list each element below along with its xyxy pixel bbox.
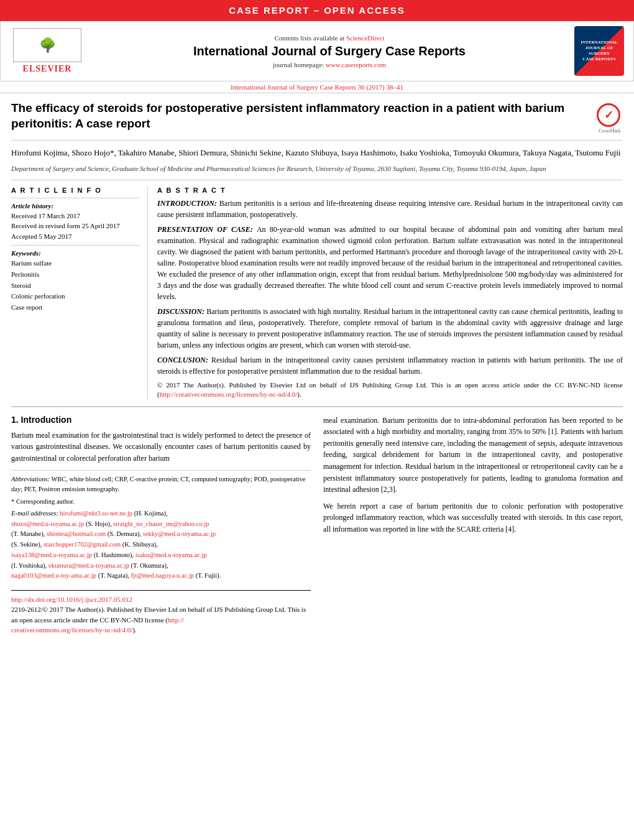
main-body: 1. Introduction Barium meal examination … (11, 406, 623, 635)
footnote-area: Abbreviations: WBC, white blood cell; CR… (11, 470, 311, 581)
body-col-left: 1. Introduction Barium meal examination … (11, 415, 311, 635)
email-demura[interactable]: shiottea@hotmail.com (47, 530, 106, 537)
email-kojima[interactable]: hirofumi@nkt3.so-net.ne.jp (60, 510, 132, 517)
section1-text-right-para2: We herein report a case of barium perito… (323, 501, 623, 535)
abstract-header: A B S T R A C T (157, 187, 623, 194)
email-hashimoto[interactable]: isaya138@med.u-toyama.ac.jp (11, 552, 92, 558)
cc-license-link[interactable]: http://creativecommons.org/licenses/by-n… (160, 390, 298, 398)
authors: Hirofumi Kojima, Shozo Hojo*, Takahiro M… (11, 147, 623, 159)
keyword-5: Case report (11, 302, 140, 313)
copyright-line: © 2017 The Author(s). Published by Elsev… (157, 381, 623, 400)
doi-text: 2210-2612/© 2017 The Author(s). Publishe… (11, 604, 311, 635)
received-date: Received 17 March 2017 (11, 211, 140, 221)
contents-line: Contents lists available at ScienceDirec… (94, 34, 565, 42)
article-info-abstract: A R T I C L E I N F O Article history: R… (11, 187, 623, 400)
abstract-intro: INTRODUCTION: Barium peritonitis is a se… (157, 198, 623, 220)
doi-cc-link2[interactable]: creativecommons.org/licenses/by-nc-nd/4.… (11, 626, 132, 634)
section1-text-left: Barium meal examination for the gastroin… (11, 430, 311, 464)
abstract-text: INTRODUCTION: Barium peritonitis is a se… (157, 198, 623, 400)
abstract-presentation: PRESENTATION OF CASE: An 80-year-old wom… (157, 224, 623, 302)
journal-title: International Journal of Surgery Case Re… (94, 44, 565, 58)
article-history-label: Article history: (11, 202, 140, 210)
section1-heading: 1. Introduction (11, 415, 311, 425)
abstract-conclusion: CONCLUSION: Residual barium in the intra… (157, 354, 623, 377)
email-hojo[interactable]: shozo@med.u-toyama.ac.jp (11, 520, 84, 527)
title-row: The efficacy of steroids for postoperati… (11, 101, 623, 141)
email-addresses: E-mail addresses: hirofumi@nkt3.so-net.n… (11, 509, 311, 582)
received-revised-date: Received in revised form 25 April 2017 (11, 221, 140, 231)
crossmark-badge: ✓ CrossMark (597, 103, 623, 134)
keywords-label: Keywords: (11, 249, 140, 257)
banner-text: CASE REPORT – OPEN ACCESS (229, 5, 405, 16)
header-banner: CASE REPORT – OPEN ACCESS (0, 0, 634, 21)
doi-cc-link[interactable]: http:// (168, 616, 184, 624)
abstract-discussion: DISCUSSION: Barium peritonitis is associ… (157, 306, 623, 351)
homepage-link[interactable]: www.casereports.com (326, 61, 386, 68)
body-col-right: meal examination. Barium peritonitis due… (323, 415, 623, 635)
tree-icon: 🌳 (39, 37, 56, 53)
accepted-date: Accepted 5 May 2017 (11, 231, 140, 242)
article-info-header: A R T I C L E I N F O (11, 187, 140, 194)
email-sekine[interactable]: sekky@med.u-toyama.ac.jp (143, 530, 216, 537)
sciencedirect-link[interactable]: ScienceDirect (346, 34, 385, 42)
abbreviations-text: Abbreviations: WBC, white blood cell; CR… (11, 474, 311, 494)
keyword-1: Barium sulfate (11, 258, 140, 269)
email-okumura[interactable]: okumura@med.u-toyama.ac.jp (48, 562, 129, 569)
email-shibuya[interactable]: starchopper1702@gmail.com (44, 541, 121, 548)
abstract-column: A B S T R A C T INTRODUCTION: Barium per… (157, 187, 623, 400)
volume-line: International Journal of Surgery Case Re… (0, 81, 634, 93)
elsevier-logo: 🌳 (13, 28, 81, 62)
article-content: The efficacy of steroids for postoperati… (0, 93, 634, 643)
journal-header: 🌳 ELSEVIER Contents lists available at S… (0, 21, 634, 81)
keyword-2: Peritonitis (11, 269, 140, 280)
email-nagata[interactable]: naga0103@med.u-toy-ama.ac.jp (11, 572, 96, 579)
journal-center: Contents lists available at ScienceDirec… (88, 34, 571, 68)
crossmark-icon: ✓ (597, 103, 620, 127)
email-yoshioka[interactable]: isaku@med.u-toyama.ac.jp (136, 552, 207, 558)
corresponding-author-note: * Corresponding author. (11, 497, 311, 507)
elsevier-logo-area: 🌳 ELSEVIER (7, 28, 88, 74)
email-manabe1[interactable]: straight_no_chaser_tm@yahoo.co.jp (113, 520, 209, 527)
keywords-list: Barium sulfate Peritonitis Steroid Colon… (11, 258, 140, 313)
keyword-4: Colonic perforation (11, 291, 140, 302)
article-title: The efficacy of steroids for postoperati… (11, 101, 590, 131)
article-info-column: A R T I C L E I N F O Article history: R… (11, 187, 148, 400)
authors-text: Hirofumi Kojima, Shozo Hojo*, Takahiro M… (11, 148, 620, 157)
doi-link[interactable]: http://dx.doi.org/10.1016/j.ijscr.2017.0… (11, 596, 132, 603)
email-fujii[interactable]: fjt@med.nagoya-u.ac.jp (131, 572, 195, 579)
elsevier-text: ELSEVIER (23, 64, 72, 74)
keyword-3: Steroid (11, 280, 140, 292)
affiliation: Department of Surgery and Science, Gradu… (11, 164, 623, 180)
section1-text-right: meal examination. Barium peritonitis due… (323, 415, 623, 496)
ijscr-logo-area: INTERNATIONALJOURNAL OFSURGERYCASE REPOR… (571, 26, 627, 76)
journal-homepage: journal homepage: www.casereports.com (94, 61, 565, 68)
doi-footer: http://dx.doi.org/10.1016/j.ijscr.2017.0… (11, 590, 311, 635)
ijscr-badge: INTERNATIONALJOURNAL OFSURGERYCASE REPOR… (574, 26, 624, 76)
